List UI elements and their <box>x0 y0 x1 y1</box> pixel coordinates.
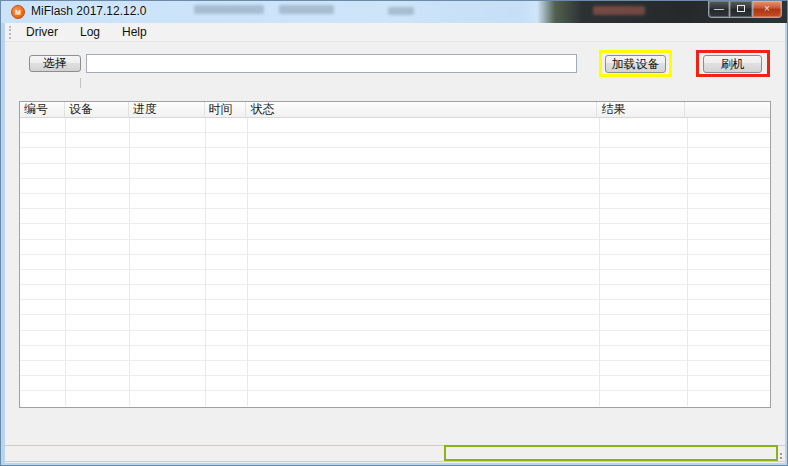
column-header-id[interactable]: 编号 <box>20 102 65 117</box>
miflash-window: M MiFlash 2017.12.12.0 — × Driver Log He… <box>0 0 788 466</box>
client-area: Driver Log Help 选择 加载设备 刷机 编号 设备 进度 时间 状… <box>5 23 785 463</box>
table-row[interactable] <box>20 118 770 133</box>
glass-reflection <box>279 5 334 14</box>
resize-grip[interactable] <box>774 450 782 459</box>
column-header-result[interactable]: 结果 <box>597 102 685 117</box>
column-divider <box>599 118 600 406</box>
close-button[interactable]: × <box>752 1 782 18</box>
table-row[interactable] <box>20 270 770 285</box>
table-row[interactable] <box>20 179 770 194</box>
menu-log[interactable]: Log <box>69 23 111 42</box>
miflash-logo-icon: M <box>11 5 25 19</box>
menu-driver[interactable]: Driver <box>15 23 69 42</box>
select-firmware-button[interactable]: 选择 <box>29 55 81 72</box>
table-body[interactable] <box>20 118 770 407</box>
column-header-extra[interactable] <box>685 102 770 117</box>
window-title: MiFlash 2017.12.12.0 <box>31 1 146 23</box>
table-header-row: 编号 设备 进度 时间 状态 结果 <box>20 102 770 118</box>
column-divider <box>687 118 688 406</box>
table-row[interactable] <box>20 315 770 330</box>
minimize-button[interactable]: — <box>708 1 730 18</box>
table-row[interactable] <box>20 148 770 163</box>
column-divider <box>205 118 206 406</box>
table-row[interactable] <box>20 285 770 300</box>
close-icon: × <box>764 3 770 14</box>
table-row[interactable] <box>20 300 770 315</box>
column-header-status[interactable]: 状态 <box>246 102 597 117</box>
flash-button[interactable]: 刷机 <box>703 55 762 73</box>
footer-strip: 全部删除 保留用户数据 全部删除并lock ▼ <box>5 445 785 462</box>
table-row[interactable] <box>20 255 770 270</box>
window-title-bar[interactable]: M MiFlash 2017.12.12.0 — × <box>1 1 787 23</box>
column-divider <box>247 118 248 406</box>
menu-bar: Driver Log Help <box>5 23 785 42</box>
maximize-button[interactable] <box>730 1 752 18</box>
column-divider <box>129 118 130 406</box>
table-row[interactable] <box>20 133 770 148</box>
glass-reflection <box>388 7 414 15</box>
device-table: 编号 设备 进度 时间 状态 结果 <box>19 101 771 408</box>
table-row[interactable] <box>20 361 770 376</box>
firmware-path-input[interactable] <box>86 54 577 73</box>
column-header-device[interactable]: 设备 <box>65 102 129 117</box>
column-divider <box>65 118 66 406</box>
table-row[interactable] <box>20 240 770 255</box>
glass-reflection <box>593 6 645 15</box>
table-row[interactable] <box>20 164 770 179</box>
minimize-icon: — <box>714 3 724 14</box>
menu-help[interactable]: Help <box>111 23 158 42</box>
window-controls: — × <box>708 1 782 18</box>
maximize-icon <box>737 5 745 12</box>
caret-artifact <box>80 78 81 88</box>
glass-reflection <box>194 5 264 14</box>
column-header-progress[interactable]: 进度 <box>129 102 205 117</box>
table-row[interactable] <box>20 331 770 346</box>
table-row[interactable] <box>20 224 770 239</box>
table-row[interactable] <box>20 346 770 361</box>
load-devices-button[interactable]: 加载设备 <box>605 55 666 73</box>
toolbar-grip <box>9 26 11 39</box>
column-header-time[interactable]: 时间 <box>205 102 247 117</box>
table-row[interactable] <box>20 376 770 391</box>
table-row[interactable] <box>20 194 770 209</box>
table-row[interactable] <box>20 209 770 224</box>
